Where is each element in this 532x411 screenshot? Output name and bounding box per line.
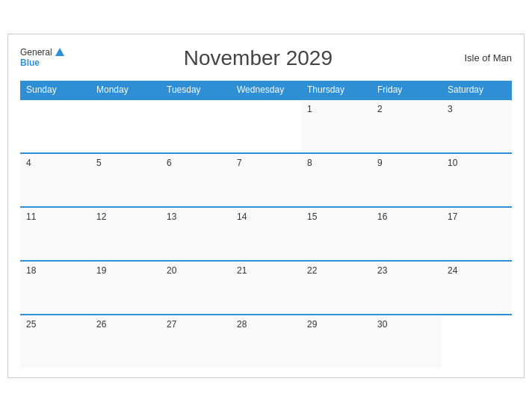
day-number: 20 [167, 265, 176, 276]
day-number: 4 [26, 158, 31, 168]
calendar-day-cell: 19 [90, 261, 161, 315]
calendar-header: General Blue November 2029 Isle of Man [20, 46, 512, 70]
day-number: 14 [237, 211, 247, 222]
calendar-container: General Blue November 2029 Isle of Man S… [7, 34, 525, 378]
calendar-day-cell: 14 [231, 207, 301, 261]
day-number: 23 [377, 265, 387, 276]
calendar-week-row: 11121314151617 [20, 207, 512, 261]
day-number: 11 [26, 211, 36, 222]
day-number: 6 [167, 158, 172, 168]
calendar-day-cell: 16 [371, 207, 442, 261]
weekday-header-cell: Monday [90, 81, 161, 99]
logo-blue-text: Blue [20, 58, 64, 68]
day-number: 17 [448, 211, 457, 222]
calendar-day-cell [90, 99, 161, 153]
calendar-thead: SundayMondayTuesdayWednesdayThursdayFrid… [20, 81, 512, 99]
calendar-day-cell: 10 [442, 153, 512, 207]
logo-triangle-icon [55, 48, 64, 56]
calendar-day-cell: 23 [371, 261, 442, 315]
calendar-day-cell: 8 [301, 153, 371, 207]
day-number: 27 [167, 319, 176, 330]
region-label: Isle of Man [452, 52, 512, 64]
calendar-day-cell: 6 [161, 153, 231, 207]
day-number: 22 [307, 265, 317, 276]
calendar-day-cell: 27 [161, 315, 231, 368]
weekday-header-cell: Wednesday [231, 81, 301, 99]
calendar-day-cell: 18 [20, 261, 90, 315]
day-number: 8 [307, 158, 312, 168]
weekday-header-cell: Saturday [442, 81, 512, 99]
weekday-header-cell: Friday [371, 81, 442, 99]
calendar-day-cell [161, 99, 231, 153]
weekday-header-row: SundayMondayTuesdayWednesdayThursdayFrid… [20, 81, 512, 99]
day-number: 21 [237, 265, 247, 276]
calendar-day-cell: 1 [301, 99, 371, 153]
calendar-day-cell: 3 [442, 99, 512, 153]
calendar-day-cell: 9 [371, 153, 442, 207]
day-number: 12 [96, 211, 106, 222]
day-number: 2 [377, 104, 383, 114]
calendar-day-cell: 4 [20, 153, 90, 207]
calendar-day-cell: 29 [301, 315, 371, 368]
day-number: 19 [96, 265, 106, 276]
calendar-title: November 2029 [64, 46, 452, 70]
day-number: 30 [377, 319, 387, 330]
day-number: 16 [377, 211, 387, 222]
day-number: 18 [26, 265, 36, 276]
calendar-week-row: 45678910 [20, 153, 512, 207]
day-number: 13 [167, 211, 176, 222]
calendar-week-row: 123 [20, 99, 512, 153]
calendar-day-cell [20, 99, 90, 153]
day-number: 5 [96, 158, 102, 168]
day-number: 9 [377, 158, 383, 168]
calendar-day-cell: 22 [301, 261, 371, 315]
calendar-day-cell: 21 [231, 261, 301, 315]
day-number: 1 [307, 104, 312, 114]
weekday-header-cell: Tuesday [161, 81, 231, 99]
calendar-day-cell: 12 [90, 207, 161, 261]
weekday-header-cell: Sunday [20, 81, 90, 99]
calendar-week-row: 252627282930 [20, 315, 512, 368]
calendar-week-row: 18192021222324 [20, 261, 512, 315]
weekday-header-cell: Thursday [301, 81, 371, 99]
day-number: 26 [96, 319, 106, 330]
day-number: 24 [448, 265, 457, 276]
calendar-day-cell: 24 [442, 261, 512, 315]
day-number: 10 [448, 158, 457, 168]
calendar-day-cell [231, 99, 301, 153]
day-number: 28 [237, 319, 247, 330]
calendar-day-cell: 30 [371, 315, 442, 368]
day-number: 7 [237, 158, 242, 168]
calendar-day-cell: 13 [161, 207, 231, 261]
calendar-day-cell: 20 [161, 261, 231, 315]
day-number: 29 [307, 319, 317, 330]
calendar-day-cell: 26 [90, 315, 161, 368]
calendar-day-cell: 28 [231, 315, 301, 368]
calendar-tbody: 1234567891011121314151617181920212223242… [20, 99, 512, 368]
calendar-day-cell: 11 [20, 207, 90, 261]
calendar-day-cell: 15 [301, 207, 371, 261]
calendar-day-cell: 17 [442, 207, 512, 261]
calendar-day-cell: 2 [371, 99, 442, 153]
calendar-day-cell: 25 [20, 315, 90, 368]
logo-general-text: General [20, 48, 52, 58]
day-number: 3 [448, 104, 453, 114]
day-number: 25 [26, 319, 36, 330]
calendar-day-cell: 5 [90, 153, 161, 207]
calendar-day-cell: 7 [231, 153, 301, 207]
calendar-table: SundayMondayTuesdayWednesdayThursdayFrid… [20, 81, 512, 368]
calendar-day-cell [442, 315, 512, 368]
day-number: 15 [307, 211, 317, 222]
logo-area: General Blue [20, 48, 64, 67]
